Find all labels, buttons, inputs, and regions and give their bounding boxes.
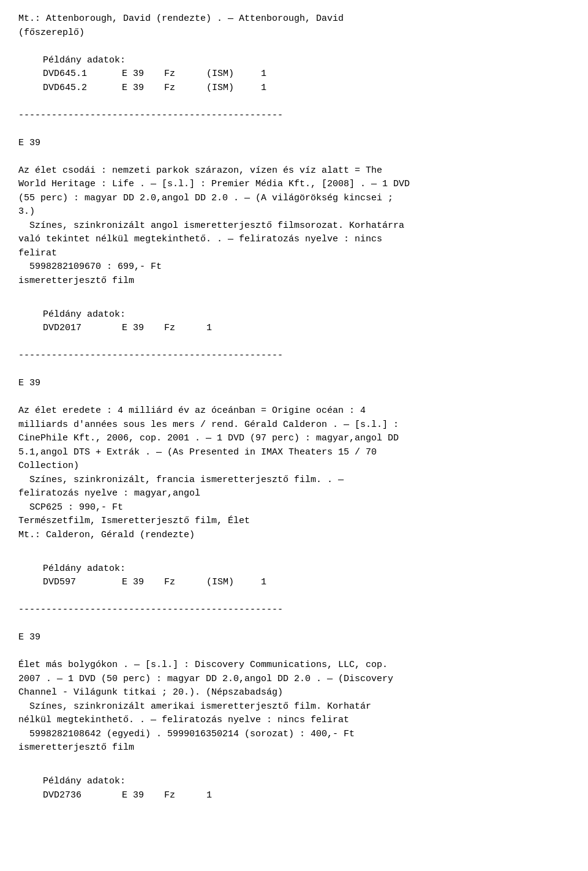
divider-3: ----------------------------------------…: [18, 603, 570, 617]
entry-2-examples-section: Példány adatok: DVD597 E 39 Fz (ISM) 1 -…: [18, 562, 570, 755]
entry-3-examples-section: Példány adatok: DVD2736 E 39 Fz 1: [18, 775, 570, 802]
entry-3-loc: E 39: [18, 631, 570, 645]
entry-1-dvd1-row: DVD645.1 E 39 Fz (ISM) 1: [18, 67, 570, 81]
entry-1-body: Az élet csodái : nemzeti parkok szárazon…: [18, 164, 570, 288]
entry-1: Mt.: Attenborough, David (rendezte) . — …: [18, 12, 570, 288]
entry-3-dvd-row: DVD2736 E 39 Fz 1: [18, 789, 570, 803]
page-content: Mt.: Attenborough, David (rendezte) . — …: [18, 12, 570, 802]
entry-1-loc: E 39: [18, 137, 570, 151]
entry-2: Példány adatok: DVD2017 E 39 Fz 1 ------…: [18, 308, 570, 543]
entry-3-examples-label: Példány adatok:: [18, 775, 570, 789]
entry-2b-dvd-row: DVD597 E 39 Fz (ISM) 1: [18, 576, 570, 590]
entry-2-loc: E 39: [18, 377, 570, 391]
entry-2b-examples-label: Példány adatok:: [18, 562, 570, 576]
entry-2-examples-label: Példány adatok:: [18, 308, 570, 322]
divider-2: ----------------------------------------…: [18, 349, 570, 363]
entry-1-dvd2-row: DVD645.2 E 39 Fz (ISM) 1: [18, 81, 570, 96]
entry-3-body: Élet más bolygókon . — [s.l.] : Discover…: [18, 658, 570, 755]
entry-1-title2: (főszereplő): [18, 26, 570, 40]
divider-1: ----------------------------------------…: [18, 109, 570, 123]
entry-1-examples-label: Példány adatok:: [18, 54, 570, 68]
entry-1-title: Mt.: Attenborough, David (rendezte) . — …: [18, 12, 570, 26]
entry-2-body: Az élet eredete : 4 milliárd év az óceán…: [18, 404, 570, 542]
entry-2-dvd-row: DVD2017 E 39 Fz 1: [18, 322, 570, 336]
